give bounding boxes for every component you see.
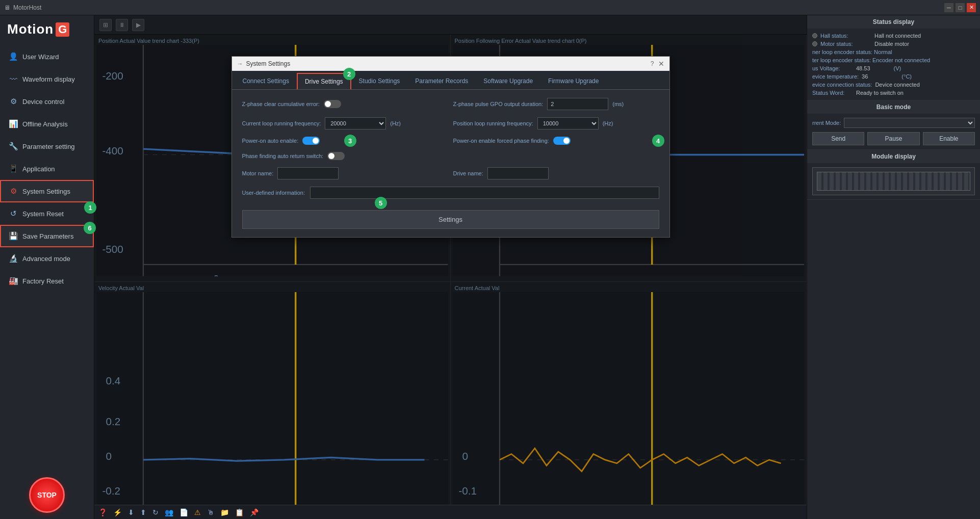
dialog-arrow-icon: →	[237, 60, 243, 67]
upload-icon[interactable]: ⬆	[140, 508, 146, 516]
sidebar-item-label: Advanced mode	[22, 255, 70, 263]
power-on-auto-enable-toggle[interactable]	[302, 137, 320, 145]
folder-icon[interactable]: 📁	[220, 508, 229, 516]
basic-mode-title: Basic mode	[807, 100, 980, 114]
power-on-forced-label: Power-on enable forced phase finding:	[453, 138, 549, 144]
form-row-power-on: Power-on auto enable: 3 Power-on enable …	[242, 137, 659, 145]
status-display-content: Hall status: Hall not connected Motor st…	[807, 29, 980, 100]
maximize-button[interactable]: □	[956, 3, 965, 12]
tab-parameter-records[interactable]: Parameter Records	[407, 73, 476, 89]
sidebar-item-application[interactable]: 📱 Application	[0, 158, 94, 180]
position-loop-freq-label: Position loop running frequency:	[453, 120, 533, 126]
system-settings-icon: ⚙	[8, 186, 18, 196]
dialog-close-button[interactable]: ✕	[658, 60, 664, 68]
form-row-user-defined: User-defined information:	[242, 187, 659, 199]
position-loop-freq-unit: (Hz)	[603, 120, 613, 126]
flash-icon[interactable]: ⚡	[113, 508, 122, 516]
z-phase-pulse-unit: (ms)	[612, 101, 624, 107]
dialog-help-button[interactable]: ?	[651, 60, 654, 67]
sidebar-item-waveform-display[interactable]: 〰 Waveform display	[0, 68, 94, 90]
current-loop-freq-unit: (Hz)	[390, 120, 401, 126]
sidebar-item-advanced-mode[interactable]: 🔬 Advanced mode	[0, 247, 94, 270]
users-icon[interactable]: 👥	[165, 508, 173, 516]
sidebar-item-system-reset[interactable]: ↺ System Reset	[0, 202, 94, 225]
close-button[interactable]: ✕	[967, 3, 976, 12]
tab-studio-settings[interactable]: Studio Settings	[351, 73, 408, 89]
form-half-zphase-clear: Z-phase clear cumulative error:	[242, 100, 448, 108]
form-half-motor-name: Motor name:	[242, 167, 448, 179]
basic-mode-section: Basic mode rrent Mode: Send Pause Enable	[807, 100, 980, 150]
title-bar-controls[interactable]: ─ □ ✕	[944, 3, 976, 12]
phase-finding-label: Phase finding auto return switch:	[242, 153, 324, 159]
motor-status-row: Motor status: Disable motor	[812, 40, 975, 48]
files-icon[interactable]: 📋	[235, 508, 244, 516]
bus-voltage-value: 48.53	[856, 65, 870, 71]
inner-encoder-label: ner loop encoder status: Normal	[812, 49, 892, 55]
nav-items: 👤 User Wizard 〰 Waveform display ⚙ Devic…	[0, 43, 94, 471]
minimize-button[interactable]: ─	[944, 3, 953, 12]
warning-icon[interactable]: ⚠	[194, 508, 201, 516]
drive-name-input[interactable]	[487, 167, 549, 179]
sidebar-item-label: System Reset	[22, 210, 64, 218]
sidebar-item-parameter-setting[interactable]: 🔧 Parameter setting	[0, 135, 94, 158]
send-button[interactable]: Send	[812, 132, 864, 145]
form-row-names: Motor name: Drive name:	[242, 167, 659, 179]
tab-drive-settings[interactable]: Drive Settings 2	[297, 73, 351, 89]
sidebar-item-device-control[interactable]: ⚙ Device control	[0, 90, 94, 113]
phase-finding-toggle[interactable]	[327, 152, 345, 160]
settings-btn-container: Settings 5	[242, 206, 659, 229]
factory-icon: 🏭	[8, 276, 18, 286]
sidebar-item-factory-reset[interactable]: 🏭 Factory Reset	[0, 270, 94, 292]
download-icon[interactable]: ⬇	[128, 508, 134, 516]
sidebar-item-user-wizard[interactable]: 👤 User Wizard	[0, 45, 94, 68]
tab-firmware-upgrade[interactable]: Firmware Upgrade	[540, 73, 606, 89]
z-phase-pulse-input[interactable]	[547, 98, 608, 110]
position-loop-freq-select[interactable]: 10000	[537, 117, 599, 129]
motor-name-input[interactable]	[277, 167, 339, 179]
enable-button[interactable]: Enable	[923, 132, 975, 145]
user-defined-input[interactable]	[310, 187, 659, 199]
sidebar-item-label: Factory Reset	[22, 277, 64, 285]
dialog-titlebar: → System Settings ? ✕	[232, 57, 669, 71]
form-half-power-on-auto: Power-on auto enable: 3	[242, 137, 448, 145]
z-phase-clear-toggle[interactable]	[324, 100, 341, 108]
offline-icon: 📊	[8, 119, 18, 129]
power-on-forced-toggle[interactable]	[553, 137, 571, 145]
status-word-row: Status Word: Ready to switch on	[812, 89, 975, 97]
sidebar-item-system-settings[interactable]: ⚙ System Settings	[0, 180, 94, 202]
device-conn-label: evice connection status:	[812, 82, 872, 88]
sidebar-item-offline-analysis[interactable]: 📊 Offline Analysis	[0, 113, 94, 135]
form-row-freq: Current loop running frequency: 20000 (H…	[242, 117, 659, 129]
sidebar-item-label: Parameter setting	[22, 143, 75, 150]
hall-status-label: Hall status:	[820, 33, 871, 39]
dialog-overlay: → System Settings ? ✕ Connect Settings D…	[94, 15, 807, 505]
basic-mode-content: rrent Mode: Send Pause Enable	[807, 114, 980, 149]
stop-button[interactable]: STOP	[29, 477, 65, 513]
z-phase-pulse-label: Z-phase pulse GPO output duration:	[453, 101, 544, 107]
sidebar-item-save-parameters[interactable]: 💾 Save Parameters 6	[0, 225, 94, 247]
sidebar-item-label: Save Parameters	[22, 232, 73, 240]
pause-button[interactable]: Pause	[867, 132, 919, 145]
dialog-title-controls: ? ✕	[651, 60, 664, 68]
power-on-auto-enable-label: Power-on auto enable:	[242, 138, 299, 144]
module-inner	[817, 172, 970, 191]
tab-software-upgrade[interactable]: Software Upgrade	[476, 73, 540, 89]
sidebar-item-label: Waveform display	[22, 75, 75, 83]
settings-button[interactable]: Settings	[242, 210, 659, 229]
refresh-icon[interactable]: ↻	[152, 508, 159, 516]
form-row-zphase: Z-phase clear cumulative error: Z-phase …	[242, 98, 659, 110]
mode-select[interactable]	[844, 118, 975, 128]
document-icon[interactable]: 📄	[179, 508, 188, 516]
device-icon: ⚙	[8, 96, 18, 107]
help-icon[interactable]: ❓	[98, 508, 107, 516]
form-half-position-freq: Position loop running frequency: 10000 (…	[453, 117, 659, 129]
current-loop-freq-select[interactable]: 20000	[325, 117, 386, 129]
sidebar-item-label: System Settings	[22, 188, 70, 195]
device-temp-row: evice temperature: 36 (°C)	[812, 72, 975, 81]
tab-connect-settings[interactable]: Connect Settings	[235, 73, 297, 89]
cursor-icon[interactable]: 🖱	[207, 508, 214, 516]
bottom-toolbar: ❓ ⚡ ⬇ ⬆ ↻ 👥 📄 ⚠ 🖱 📁 📋 📌	[94, 505, 807, 519]
clipboard-icon[interactable]: 📌	[250, 508, 259, 516]
save-icon: 💾	[8, 231, 18, 241]
motor-name-label: Motor name:	[242, 170, 274, 176]
